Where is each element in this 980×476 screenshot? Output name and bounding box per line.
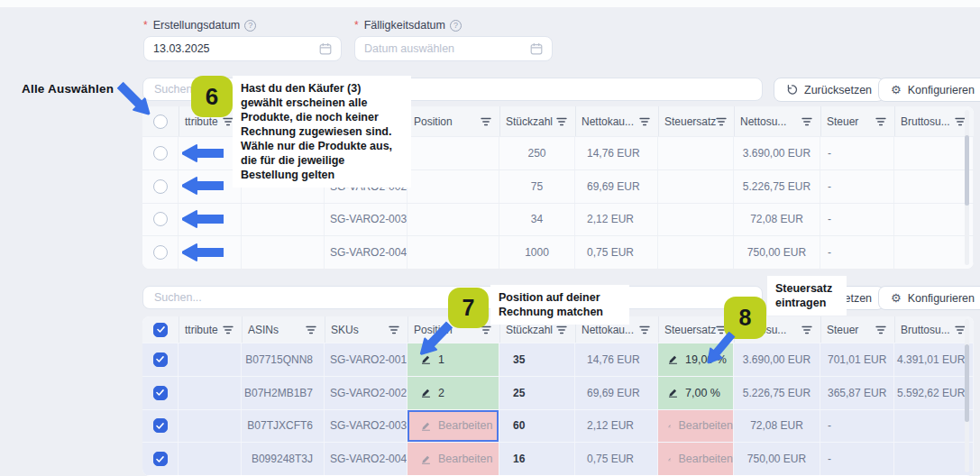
configure-button[interactable]: ⚙ Konfigurieren: [878, 78, 980, 102]
table-row[interactable]: B07715QNN8SG-VARO2-001 113514,76 EUR19,0…: [142, 343, 974, 376]
column-label[interactable]: SKUs: [331, 324, 359, 336]
table-row[interactable]: SG-VARO2-003342,12 EUR72,08 EUR-: [142, 203, 974, 236]
cell-stueckzahl: 75: [499, 170, 575, 203]
select-all-checkbox[interactable]: [153, 114, 168, 129]
position-edit-button[interactable]: Bearbeiten: [408, 410, 499, 443]
filter-icon[interactable]: [556, 117, 567, 126]
header-cell-select: [142, 316, 179, 343]
column-label[interactable]: Bruttosu...: [901, 115, 950, 128]
cell-nettokau: 69,69 EUR: [575, 377, 658, 409]
calendar-icon: [530, 42, 543, 55]
select-all-checkbox[interactable]: [153, 323, 168, 337]
cell-nettosu: 750,00 EUR: [734, 443, 820, 475]
table-row[interactable]: SG-VARO2-00410000,75 EUR750,00 EUR-: [142, 235, 974, 269]
cell-nettokau: 2,12 EUR: [575, 204, 658, 236]
table-row[interactable]: B07H2MB1B7SG-VARO2-002 822569,69 EUR7,00…: [142, 376, 974, 409]
header-cell-asins: ASINs: [242, 316, 325, 343]
cell-position: [408, 170, 499, 203]
filter-icon[interactable]: [801, 325, 812, 334]
row-checkbox[interactable]: [153, 452, 168, 466]
cell-skus: SG-VARO2-004 1: [325, 443, 408, 475]
column-label[interactable]: Steuersatz: [664, 115, 716, 128]
filter-icon[interactable]: [306, 325, 316, 334]
cell-select: [142, 137, 179, 169]
filter-icon[interactable]: [639, 325, 650, 334]
column-label[interactable]: Steuer: [827, 115, 858, 128]
created-date-input[interactable]: 13.03.2025: [143, 36, 342, 61]
top-strip: [0, 0, 980, 7]
cell-nettosu: 5.226,75 EUR: [734, 170, 820, 203]
table-row[interactable]: B099248T3JSG-VARO2-004 1Bearbeiten160,75…: [142, 442, 974, 475]
filter-icon[interactable]: [556, 325, 567, 334]
scrollbar-thumb[interactable]: [965, 344, 969, 422]
configure-button-label: Konfigurieren: [908, 84, 975, 96]
cell-stueckzahl: 34: [499, 204, 575, 236]
cell-asins: B07715QNN8: [242, 343, 325, 376]
stueckzahl-value: 1000: [525, 246, 549, 259]
filter-icon[interactable]: [875, 117, 886, 126]
stueckzahl-value: 250: [527, 147, 545, 160]
reset-button[interactable]: Zurücksetzen: [774, 78, 884, 102]
nettosu-value: 72,08 EUR: [750, 419, 803, 432]
filter-icon[interactable]: [716, 117, 727, 126]
created-date-label-text: Erstellungsdatum: [153, 19, 241, 32]
row-checkbox[interactable]: [153, 212, 168, 226]
column-label[interactable]: Nettosu...: [740, 115, 786, 128]
filter-icon[interactable]: [389, 325, 399, 334]
scrollbar[interactable]: [965, 110, 969, 265]
filter-icon[interactable]: [223, 325, 234, 334]
reset-button-label: Zurücksetzen: [804, 84, 872, 96]
scrollbar-thumb[interactable]: [965, 135, 969, 206]
filter-icon[interactable]: [801, 117, 812, 126]
matched-products-table: ttributeASINsSKUsPositionStückzahlNettok…: [142, 316, 974, 476]
filter-icon[interactable]: [875, 325, 886, 334]
due-date-input[interactable]: Datum auswählen: [354, 36, 553, 61]
nettokau-value: 69,69 EUR: [587, 387, 640, 399]
edit-icon: [421, 388, 431, 398]
column-label[interactable]: Stückzahl: [506, 324, 553, 336]
row-checkbox[interactable]: [153, 418, 168, 433]
skus-value: SG-VARO2-004 1: [330, 453, 408, 465]
filter-icon[interactable]: [481, 117, 491, 126]
help-icon[interactable]: ?: [450, 20, 462, 32]
row-checkbox[interactable]: [153, 386, 168, 400]
position-edit-button[interactable]: Bearbeiten: [408, 443, 499, 475]
help-icon[interactable]: ?: [244, 20, 256, 32]
column-label[interactable]: Nettokau...: [582, 115, 634, 128]
row-checkbox[interactable]: [153, 352, 168, 367]
row-checkbox[interactable]: [153, 245, 168, 260]
cell-stueckzahl: 16: [499, 443, 575, 475]
scrollbar[interactable]: [965, 319, 969, 472]
column-label[interactable]: Steuersatz: [664, 324, 716, 336]
row-pointer-arrow: [182, 144, 224, 166]
column-label[interactable]: Steuer: [827, 324, 858, 336]
column-label[interactable]: ttribute: [185, 324, 218, 336]
configure-button[interactable]: ⚙ Konfigurieren: [878, 286, 980, 310]
cell-stueckzahl: 35: [499, 343, 575, 376]
steuersatz-edit-button[interactable]: Bearbeiten: [658, 443, 733, 475]
steuer-value: -: [828, 147, 831, 160]
bruttosu-value: 4.391,01 EUR: [897, 353, 965, 366]
cell-stueckzahl: 1000: [499, 236, 575, 269]
nettokau-value: 14,76 EUR: [587, 353, 640, 366]
cell-bruttosu: [894, 204, 974, 236]
steuersatz-value: 7,00 %: [685, 387, 720, 399]
steuersatz-edit-button[interactable]: Bearbeiten: [658, 410, 733, 443]
column-label[interactable]: Stückzahl: [506, 115, 553, 128]
column-label[interactable]: Position: [414, 115, 453, 128]
column-label[interactable]: ASINs: [248, 324, 279, 336]
nettokau-value: 0,75 EUR: [587, 453, 634, 465]
position-edit-button[interactable]: 2: [408, 377, 499, 409]
column-label[interactable]: Bruttosu...: [901, 324, 950, 336]
nettosu-value: 3.690,00 EUR: [743, 353, 811, 366]
cell-nettokau: 2,12 EUR: [575, 410, 658, 443]
cell-bruttosu: [894, 443, 974, 475]
steuersatz-edit-button[interactable]: 7,00 %: [658, 377, 733, 409]
stueckzahl-value: 25: [513, 387, 525, 399]
row-checkbox[interactable]: [153, 179, 168, 194]
table-row[interactable]: B07TJXCFT6SG-VARO2-003 4Bearbeiten602,12…: [142, 409, 974, 443]
filter-icon[interactable]: [639, 117, 650, 126]
configure-button-label: Konfigurieren: [908, 292, 975, 305]
column-label[interactable]: Nettokau...: [582, 324, 634, 336]
row-checkbox[interactable]: [153, 146, 168, 160]
